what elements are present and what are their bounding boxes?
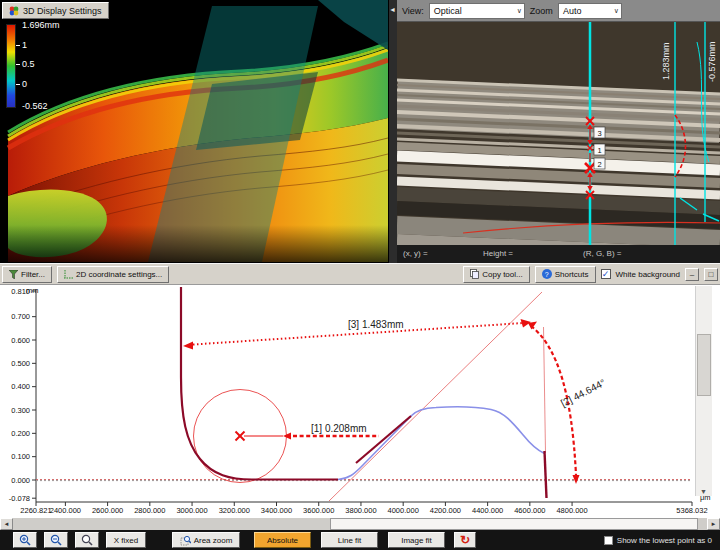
show-lowest-label: Show the lowest point as 0 — [617, 536, 712, 545]
copy-icon — [470, 269, 479, 279]
check-icon: ✓ — [602, 270, 610, 279]
maximize-button[interactable]: □ — [704, 268, 718, 281]
dimension-label-2: -0.576mm — [707, 41, 717, 82]
annotation-length: [3] 1.483mm — [183, 319, 531, 350]
white-background-label: White background — [616, 270, 680, 279]
absolute-label: Absolute — [267, 536, 298, 545]
area-zoom-button[interactable]: Area zoom — [172, 532, 240, 548]
zoom-in-button[interactable] — [13, 532, 37, 548]
y-tick-label: 0.000 — [11, 476, 30, 485]
image-fit-label: Image fit — [401, 536, 432, 545]
view-dropdown[interactable]: Optical ∨ — [429, 3, 525, 19]
show-lowest-checkbox[interactable] — [604, 536, 613, 545]
colorbar-tick-label: 0 — [22, 79, 27, 89]
status-rgb: (R, G, B) = — [583, 249, 621, 258]
annotation-angle: [2] 44.644° — [528, 322, 607, 485]
x-tick-label: 4800.000 — [556, 506, 587, 515]
zoom-dropdown-value: Auto — [563, 6, 582, 16]
panel-splitter[interactable]: ◄ — [388, 0, 397, 263]
x-fixed-label: X fixed — [114, 536, 138, 545]
colorbar-tick — [16, 45, 20, 46]
optical-status-bar: (x, y) = Height = (R, G, B) = — [397, 245, 720, 263]
annotation-2-label: [2] 44.644° — [559, 377, 607, 409]
scroll-left-button[interactable]: ◄ — [0, 518, 13, 530]
top-section: 3D Display Settings — [0, 0, 720, 263]
coordinate-settings-button[interactable]: 2D coordinate settings... — [57, 266, 169, 283]
zoom-out-icon — [50, 534, 62, 546]
status-xy: (x, y) = — [403, 249, 428, 258]
view-label: View: — [402, 6, 424, 16]
area-zoom-icon — [180, 535, 191, 546]
copy-tool-button[interactable]: Copy tool... — [463, 266, 529, 283]
line-fit-button[interactable]: Line fit — [321, 532, 378, 548]
refresh-icon: ↻ — [460, 533, 470, 547]
image-fit-button[interactable]: Image fit — [388, 532, 445, 548]
x-tick-label: 3000.000 — [176, 506, 207, 515]
y-tick-label: 0.100 — [11, 452, 30, 461]
profile-chart[interactable]: mm μm 2260.8212400.0002600.0002800.00030… — [0, 285, 720, 518]
white-background-checkbox[interactable]: ✓ — [601, 269, 611, 279]
y-tick-label: 0.600 — [11, 336, 30, 345]
3d-display-settings-label: 3D Display Settings — [23, 6, 102, 16]
scroll-right-button[interactable]: ► — [707, 518, 720, 530]
x-tick-label: 2600.000 — [92, 506, 123, 515]
dimension-label-1: 1.283mm — [661, 42, 671, 80]
scroll-down-icon[interactable]: ▼ — [700, 488, 707, 495]
absolute-button[interactable]: Absolute — [254, 532, 311, 548]
3d-surface-render[interactable] — [0, 0, 388, 263]
x-tick-label: 2800.000 — [134, 506, 165, 515]
annotation-3-label: [3] 1.483mm — [348, 319, 404, 330]
y-tick-label: 0.500 — [11, 359, 30, 368]
optical-header: View: Optical ∨ Zoom Auto ∨ — [397, 0, 720, 22]
application-window: 3D Display Settings — [0, 0, 720, 550]
annotation-radius: [1] 0.208mm — [236, 423, 380, 441]
x-tick-label: 2260.821 — [20, 506, 51, 515]
x-tick-label: 2400.000 — [50, 506, 81, 515]
chevron-down-icon: ∨ — [517, 7, 522, 15]
x-tick-label: 3200.000 — [219, 506, 250, 515]
zoom-in-icon — [19, 534, 31, 546]
axes-icon — [64, 270, 73, 279]
colorbar-max-label: 1.696mm — [22, 20, 60, 30]
chart-horizontal-scrollbar[interactable]: ◄ ► — [0, 518, 720, 530]
colorbar-tick-label: 0.5 — [22, 59, 35, 69]
chart-vertical-scrollbar[interactable]: ▼ — [695, 286, 712, 496]
y-tick-label: 0.200 — [11, 429, 30, 438]
colorbar-tick — [16, 84, 20, 85]
filter-button[interactable]: Filter... — [2, 266, 52, 283]
x-tick-label: 5368.032 — [676, 506, 707, 515]
collapse-left-icon[interactable]: ◄ — [389, 6, 396, 13]
measured-profile-drop — [545, 451, 547, 498]
shortcuts-button[interactable]: ? Shortcuts — [535, 266, 596, 283]
magnify-button[interactable] — [75, 532, 99, 548]
filter-icon — [9, 270, 18, 279]
marker-label-3: 3 — [597, 129, 601, 138]
horizontal-scrollbar-thumb[interactable] — [330, 518, 698, 530]
y-tick-label: 0.400 — [11, 382, 30, 391]
colorbar-tick — [16, 64, 20, 65]
refresh-button[interactable]: ↻ — [454, 532, 476, 548]
height-colorbar: 1.696mm 1 0.5 0 -0.562 — [6, 24, 16, 108]
y-tick-label: -0.078 — [9, 494, 30, 503]
optical-image[interactable]: 3 1 2 1.283mm -0.576mm — [397, 22, 720, 245]
3d-display-settings-button[interactable]: 3D Display Settings — [2, 2, 109, 19]
optical-view-panel: View: Optical ∨ Zoom Auto ∨ — [397, 0, 720, 263]
status-height: Height = — [483, 249, 513, 258]
marker-number-boxes: 3 1 2 — [594, 127, 605, 169]
x-tick-label: 3400.000 — [261, 506, 292, 515]
x-tick-label: 4400.000 — [472, 506, 503, 515]
magnifier-icon — [81, 534, 93, 546]
y-tick-label: 0.300 — [11, 406, 30, 415]
zoom-out-button[interactable] — [44, 532, 68, 548]
shortcuts-label: Shortcuts — [555, 270, 589, 279]
y-tick-label: 0.700 — [11, 312, 30, 321]
zoom-dropdown[interactable]: Auto ∨ — [558, 3, 622, 19]
vertical-scrollbar-thumb[interactable] — [697, 334, 711, 396]
y-tick-label: 0.810 — [11, 287, 30, 296]
marker-label-2: 2 — [597, 160, 601, 169]
x-tick-label: 3800.000 — [345, 506, 376, 515]
x-fixed-button[interactable]: X fixed — [106, 532, 146, 548]
x-tick-label: 4600.000 — [514, 506, 545, 515]
minimize-button[interactable]: – — [685, 268, 699, 281]
bottom-toolbar: X fixed Area zoom Absolute Line fit Imag… — [0, 530, 720, 550]
